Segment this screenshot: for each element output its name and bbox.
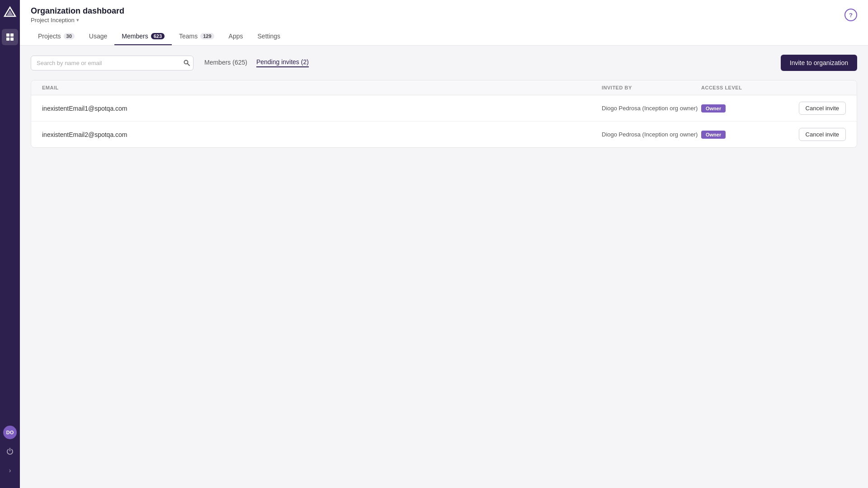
tab-settings[interactable]: Settings: [250, 29, 288, 45]
app-logo[interactable]: [3, 5, 17, 20]
owner-badge-1: Owner: [701, 104, 726, 113]
search-input[interactable]: [31, 56, 193, 70]
main-content: Organization dashboard Project Inception…: [20, 0, 868, 488]
tab-members[interactable]: Members 623: [114, 29, 172, 45]
tab-teams-label: Teams: [179, 33, 198, 40]
tab-members-label: Members: [122, 33, 148, 40]
tab-usage-label: Usage: [89, 33, 107, 40]
tab-teams[interactable]: Teams 129: [172, 29, 222, 45]
cancel-invite-button-1[interactable]: Cancel invite: [799, 102, 846, 115]
svg-line-7: [188, 64, 189, 66]
access-cell-2: Owner: [701, 131, 783, 139]
content-area: Members (625) Pending invites (2) Invite…: [20, 46, 868, 488]
svg-rect-3: [10, 33, 14, 37]
content-toolbar: Members (625) Pending invites (2) Invite…: [31, 55, 857, 71]
sub-tab-pending[interactable]: Pending invites (2): [256, 58, 309, 67]
invite-to-organization-button[interactable]: Invite to organization: [781, 55, 857, 71]
access-cell-1: Owner: [701, 104, 783, 113]
help-icon[interactable]: ?: [844, 9, 857, 21]
tab-projects-label: Projects: [38, 33, 61, 40]
tab-settings-label: Settings: [258, 33, 281, 40]
col-header-access-level: ACCESS LEVEL: [701, 85, 783, 90]
col-header-cancel: [783, 85, 846, 90]
invited-by-1: Diogo Pedrosa (Inception org owner): [602, 105, 701, 112]
tab-apps[interactable]: Apps: [222, 29, 250, 45]
tab-projects[interactable]: Projects 30: [31, 29, 82, 45]
tab-projects-badge: 30: [64, 33, 75, 39]
tab-members-badge: 623: [151, 33, 165, 39]
col-header-invited-by: INVITED BY: [602, 85, 701, 90]
tab-apps-label: Apps: [229, 33, 243, 40]
header-top: Organization dashboard Project Inception…: [31, 6, 857, 23]
table-row: inexistentEmail2@spotqa.com Diogo Pedros…: [31, 122, 857, 147]
svg-rect-4: [6, 38, 9, 41]
invited-by-2: Diogo Pedrosa (Inception org owner): [602, 131, 701, 138]
header-title-area: Organization dashboard Project Inception…: [31, 6, 124, 23]
page-header: Organization dashboard Project Inception…: [20, 0, 868, 46]
chevron-down-icon: ▾: [76, 17, 79, 23]
cancel-col-2: Cancel invite: [783, 128, 846, 141]
expand-sidebar-icon[interactable]: ›: [3, 464, 17, 477]
sub-tabs: Members (625) Pending invites (2): [204, 58, 309, 67]
power-icon[interactable]: [3, 445, 17, 458]
search-wrapper: [31, 56, 193, 70]
col-header-email: EMAIL: [42, 85, 602, 90]
table-row: inexistentEmail1@spotqa.com Diogo Pedros…: [31, 95, 857, 122]
search-button[interactable]: [184, 60, 190, 66]
table-header: EMAIL INVITED BY ACCESS LEVEL: [31, 80, 857, 95]
project-name: Project Inception: [31, 17, 75, 23]
sidebar-bottom: DO ›: [3, 426, 17, 483]
sidebar: DO ›: [0, 0, 20, 488]
tab-usage[interactable]: Usage: [82, 29, 114, 45]
invite-email-2: inexistentEmail2@spotqa.com: [42, 131, 602, 138]
page-title: Organization dashboard: [31, 6, 124, 16]
toolbar-left: Members (625) Pending invites (2): [31, 56, 309, 70]
sidebar-item-dashboard[interactable]: [2, 29, 18, 45]
invite-email-1: inexistentEmail1@spotqa.com: [42, 105, 602, 112]
svg-rect-2: [6, 33, 9, 37]
project-selector[interactable]: Project Inception ▾: [31, 17, 124, 23]
cancel-col-1: Cancel invite: [783, 102, 846, 115]
main-tabs: Projects 30 Usage Members 623 Teams 129 …: [31, 29, 857, 45]
user-avatar[interactable]: DO: [3, 426, 17, 439]
svg-rect-5: [10, 38, 14, 41]
invites-table: EMAIL INVITED BY ACCESS LEVEL inexistent…: [31, 80, 857, 148]
sub-tab-members[interactable]: Members (625): [204, 59, 247, 67]
owner-badge-2: Owner: [701, 131, 726, 139]
cancel-invite-button-2[interactable]: Cancel invite: [799, 128, 846, 141]
tab-teams-badge: 129: [200, 33, 214, 39]
